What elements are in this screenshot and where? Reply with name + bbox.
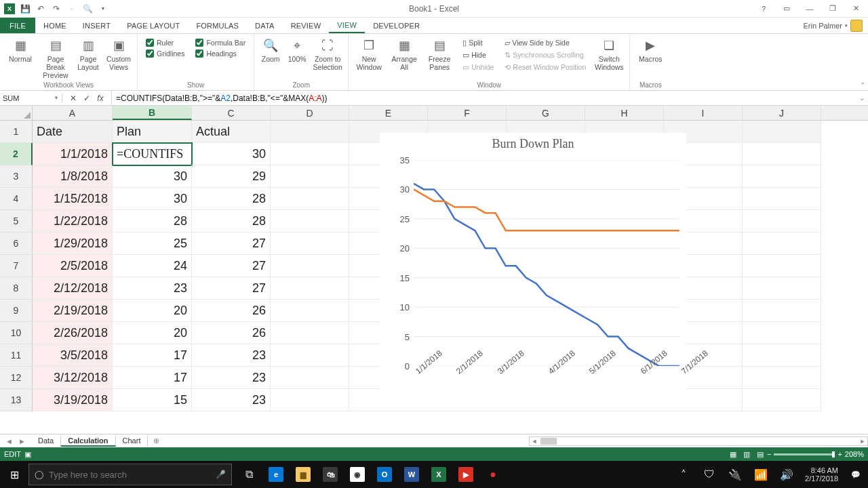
tab-file[interactable]: FILE <box>0 18 35 33</box>
cell-B12[interactable]: 17 <box>113 367 192 389</box>
cell-B4[interactable]: 30 <box>113 188 192 210</box>
macros-button[interactable]: ▶Macros <box>634 36 667 63</box>
cell-J7[interactable] <box>743 255 821 277</box>
save-icon[interactable]: 💾 <box>18 2 32 16</box>
page-layout-view-icon[interactable]: ▥ <box>740 449 753 459</box>
collapse-ribbon-icon[interactable]: ⌃ <box>860 81 865 89</box>
normal-view-icon[interactable]: ▦ <box>726 449 740 459</box>
cell-D9[interactable] <box>271 300 349 322</box>
cell-D7[interactable] <box>271 255 349 277</box>
reset-window-position-button[interactable]: ⟲ Reset Window Position <box>505 63 586 71</box>
search-input[interactable] <box>49 470 210 480</box>
cell-D3[interactable] <box>271 165 349 188</box>
cell-B7[interactable]: 24 <box>113 255 192 277</box>
start-button[interactable]: ⊞ <box>0 461 28 488</box>
page-break-preview-button[interactable]: ▤Page Break Preview <box>39 36 72 79</box>
cell-D12[interactable] <box>271 367 349 389</box>
tab-view[interactable]: VIEW <box>329 18 365 33</box>
recording-icon[interactable]: ● <box>480 461 506 488</box>
sheet-tab-chart[interactable]: Chart <box>116 436 149 447</box>
cell-D10[interactable] <box>271 322 349 344</box>
signed-in-user[interactable]: Erin Palmer ▾ <box>804 18 868 33</box>
wifi-icon[interactable]: 📶 <box>748 461 774 488</box>
column-header-D[interactable]: D <box>271 106 349 120</box>
cell-C11[interactable]: 23 <box>192 344 271 367</box>
burn-down-chart[interactable]: Burn Down Plan 05101520253035 1/1/20182/… <box>380 133 686 411</box>
cell-J4[interactable] <box>743 188 821 210</box>
cell-J1[interactable] <box>743 121 821 143</box>
cell-A8[interactable]: 2/12/2018 <box>33 277 113 300</box>
minimize-icon[interactable]: — <box>800 2 819 16</box>
cell-A12[interactable]: 3/12/2018 <box>33 367 113 389</box>
cell-C6[interactable]: 27 <box>192 232 271 255</box>
select-all-corner[interactable] <box>0 106 33 120</box>
row-header[interactable]: 10 <box>0 322 33 344</box>
row-header[interactable]: 6 <box>0 232 33 255</box>
cell-D13[interactable] <box>271 389 349 411</box>
sheet-nav[interactable]: ◄► <box>0 437 31 445</box>
print-preview-icon[interactable]: 🔍 <box>81 2 94 16</box>
cell-J10[interactable] <box>743 322 821 344</box>
freeze-panes-button[interactable]: ▤Freeze Panes <box>423 36 456 71</box>
word-icon[interactable]: W <box>399 461 425 488</box>
row-header[interactable]: 13 <box>0 389 33 411</box>
cell-C8[interactable]: 27 <box>192 277 271 300</box>
new-file-icon[interactable]: ▫ <box>65 2 79 16</box>
cell-C12[interactable]: 23 <box>192 367 271 389</box>
cell-B2[interactable]: =COUNTIFS <box>113 143 192 165</box>
new-sheet-icon[interactable]: ⊕ <box>148 436 165 445</box>
column-header-H[interactable]: H <box>585 106 664 120</box>
cell-C10[interactable]: 26 <box>192 322 271 344</box>
macro-record-icon[interactable]: ▣ <box>21 449 35 459</box>
task-view-icon[interactable]: ⧉ <box>236 461 262 488</box>
row-header[interactable]: 7 <box>0 255 33 277</box>
row-header[interactable]: 8 <box>0 277 33 300</box>
view-side-by-side-button[interactable]: ▱ View Side by Side <box>505 39 586 47</box>
row-header[interactable]: 12 <box>0 367 33 389</box>
column-header-F[interactable]: F <box>428 106 507 120</box>
power-icon[interactable]: 🔌 <box>722 461 748 488</box>
zoom-slider[interactable] <box>774 453 835 455</box>
normal-view-button[interactable]: ▦Normal <box>4 36 37 63</box>
cell-D1[interactable] <box>271 121 349 143</box>
cell-D11[interactable] <box>271 344 349 367</box>
gridlines-checkbox[interactable]: Gridlines <box>146 49 184 58</box>
ribbon-options-icon[interactable]: ▭ <box>777 2 796 16</box>
cell-B3[interactable]: 30 <box>113 165 192 188</box>
store-icon[interactable]: 🛍 <box>317 461 343 488</box>
chrome-icon[interactable]: ◉ <box>344 461 370 488</box>
cell-A1[interactable]: Date <box>33 121 113 143</box>
name-box[interactable]: SUM▼ <box>0 94 62 102</box>
help-icon[interactable]: ? <box>754 2 773 16</box>
tray-overflow-icon[interactable]: ˄ <box>671 461 696 488</box>
zoom-button[interactable]: 🔍Zoom <box>258 36 283 63</box>
enter-formula-icon[interactable]: ✓ <box>81 94 92 103</box>
cell-A11[interactable]: 3/5/2018 <box>33 344 113 367</box>
split-button[interactable]: ▯ Split <box>462 39 494 47</box>
row-header[interactable]: 2 <box>0 143 33 165</box>
cell-C3[interactable]: 29 <box>192 165 271 188</box>
cell-B11[interactable]: 17 <box>113 344 192 367</box>
cell-B1[interactable]: Plan <box>113 121 192 143</box>
row-header[interactable]: 1 <box>0 121 33 143</box>
cell-A5[interactable]: 1/22/2018 <box>33 210 113 232</box>
cell-B8[interactable]: 23 <box>113 277 192 300</box>
qat-customize-icon[interactable]: ▼ <box>96 2 110 16</box>
row-header[interactable]: 3 <box>0 165 33 188</box>
scroll-thumb[interactable] <box>540 438 557 445</box>
cell-B9[interactable]: 20 <box>113 300 192 322</box>
defender-icon[interactable]: 🛡 <box>696 461 722 488</box>
cell-D8[interactable] <box>271 277 349 300</box>
action-center-icon[interactable]: 💬 <box>844 461 868 488</box>
cell-A7[interactable]: 2/5/2018 <box>33 255 113 277</box>
page-break-view-icon[interactable]: ▤ <box>753 449 767 459</box>
tab-data[interactable]: DATA <box>247 18 283 33</box>
tab-formulas[interactable]: FORMULAS <box>188 18 247 33</box>
cell-C13[interactable]: 23 <box>192 389 271 411</box>
fx-icon[interactable]: fx <box>95 94 106 103</box>
synchronous-scrolling-button[interactable]: ⇅ Synchronous Scrolling <box>505 51 586 59</box>
cell-J5[interactable] <box>743 210 821 232</box>
cell-C7[interactable]: 27 <box>192 255 271 277</box>
cell-B10[interactable]: 20 <box>113 322 192 344</box>
taskbar-clock[interactable]: 8:46 AM 2/17/2018 <box>800 466 844 483</box>
